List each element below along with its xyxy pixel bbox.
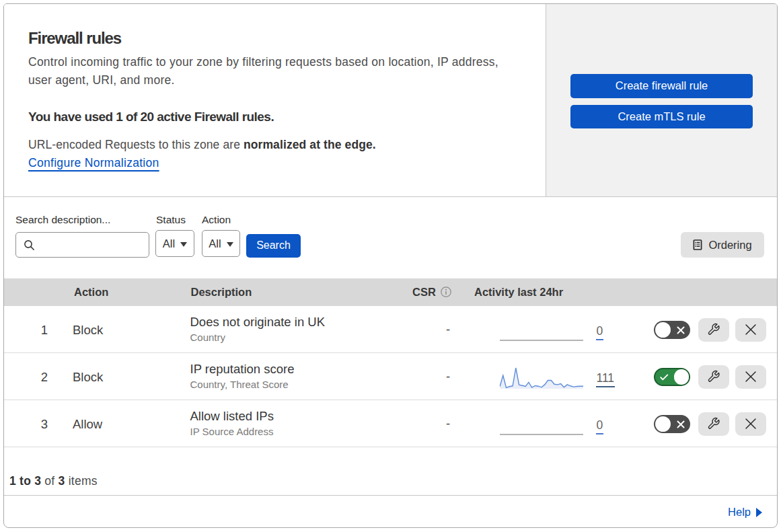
delete-rule-button[interactable] bbox=[735, 365, 766, 389]
activity-count-cell: 111 bbox=[596, 353, 615, 400]
page-title: Firewall rules bbox=[28, 29, 521, 48]
delete-rule-button[interactable] bbox=[735, 318, 766, 342]
usage-note: You have used 1 of 20 active Firewall ru… bbox=[28, 109, 521, 125]
rule-description-title: IP reputation score bbox=[190, 362, 295, 377]
action-dropdown-value: All bbox=[209, 237, 221, 250]
search-button[interactable]: Search bbox=[246, 234, 301, 258]
edit-rule-button[interactable] bbox=[698, 318, 729, 342]
action-dropdown[interactable]: All bbox=[202, 230, 240, 257]
rule-enabled-toggle[interactable] bbox=[654, 368, 690, 386]
toggle-state-icon bbox=[677, 326, 685, 334]
activity-count-cell: 0 bbox=[596, 306, 603, 353]
table-footer: 1 to 3 of 3 items bbox=[4, 447, 777, 496]
rule-enabled-toggle[interactable] bbox=[654, 321, 690, 339]
rule-description-fields: Country bbox=[190, 331, 226, 344]
rule-priority: 2 bbox=[34, 353, 54, 400]
rule-action: Block bbox=[73, 353, 103, 400]
hero-actions-panel: Create firewall rule Create mTLS rule bbox=[546, 4, 777, 196]
column-header-action: Action bbox=[74, 278, 108, 306]
activity-sparkline bbox=[500, 352, 583, 400]
edit-rule-button[interactable] bbox=[698, 365, 729, 389]
triangle-right-icon bbox=[756, 508, 762, 517]
wrench-icon bbox=[707, 323, 720, 336]
activity-count-cell: 0 bbox=[596, 400, 603, 447]
toggle-knob bbox=[655, 416, 671, 432]
help-link-label: Help bbox=[728, 506, 751, 519]
wrench-icon bbox=[707, 417, 720, 430]
column-header-activity: Activity last 24hr bbox=[474, 278, 563, 306]
search-label: Search description... bbox=[15, 214, 110, 226]
action-label: Action bbox=[202, 214, 231, 226]
items-total-bold: 3 bbox=[59, 474, 65, 488]
rule-action: Block bbox=[73, 306, 103, 353]
rule-description: Does not originate in UK Country bbox=[190, 306, 326, 353]
close-icon bbox=[743, 416, 758, 431]
chevron-down-icon bbox=[227, 242, 233, 247]
normalization-prefix: URL-encoded Requests to this zone are bbox=[28, 138, 244, 151]
activity-count-link[interactable]: 0 bbox=[596, 327, 603, 340]
rule-priority: 1 bbox=[34, 306, 54, 353]
ordering-button[interactable]: Ordering bbox=[681, 232, 764, 258]
table-body: 1 Block Does not originate in UK Country… bbox=[4, 306, 777, 447]
table-row: 2 Block IP reputation score Country, Thr… bbox=[4, 353, 777, 400]
rule-description: IP reputation score Country, Threat Scor… bbox=[190, 353, 295, 400]
rule-description-title: Does not originate in UK bbox=[190, 315, 326, 330]
column-header-description: Description bbox=[191, 278, 252, 306]
rule-csr-value: - bbox=[435, 306, 461, 353]
toggle-state-icon bbox=[660, 374, 669, 381]
rule-description-title: Allow listed IPs bbox=[190, 409, 274, 424]
info-icon[interactable] bbox=[441, 287, 451, 297]
search-icon bbox=[24, 239, 35, 251]
activity-count-link[interactable]: 111 bbox=[596, 374, 615, 387]
rule-action: Allow bbox=[73, 400, 102, 447]
rule-priority: 3 bbox=[34, 400, 54, 447]
items-range-bold: 1 to 3 bbox=[9, 474, 41, 488]
firewall-rules-card: Firewall rules Control incoming traffic … bbox=[3, 3, 778, 528]
csr-header-label: CSR bbox=[412, 286, 436, 299]
close-icon bbox=[743, 369, 758, 384]
toggle-knob bbox=[655, 322, 671, 338]
items-range-text: 1 to 3 of 3 items bbox=[9, 474, 98, 488]
activity-sparkline bbox=[500, 400, 583, 447]
status-dropdown-value: All bbox=[163, 237, 175, 250]
activity-count-link[interactable]: 0 bbox=[596, 421, 603, 434]
page-description: Control incoming traffic to your zone by… bbox=[28, 53, 503, 89]
normalization-note: URL-encoded Requests to this zone are no… bbox=[28, 136, 521, 154]
rule-enabled-toggle[interactable] bbox=[654, 415, 690, 433]
search-input[interactable] bbox=[15, 232, 149, 258]
status-label: Status bbox=[156, 214, 186, 226]
rule-csr-value: - bbox=[435, 353, 461, 400]
help-link[interactable]: Help bbox=[728, 506, 762, 519]
wrench-icon bbox=[707, 370, 720, 383]
table-row: 1 Block Does not originate in UK Country… bbox=[4, 306, 777, 353]
normalization-bold: normalized at the edge. bbox=[244, 138, 376, 151]
items-of-text: of bbox=[41, 474, 58, 488]
help-bar: Help bbox=[4, 496, 777, 527]
configure-normalization-link[interactable]: Configure Normalization bbox=[28, 154, 159, 172]
rule-description: Allow listed IPs IP Source Address bbox=[190, 400, 274, 447]
status-dropdown[interactable]: All bbox=[155, 230, 194, 257]
table-row: 3 Allow Allow listed IPs IP Source Addre… bbox=[4, 400, 777, 447]
toggle-knob bbox=[674, 369, 690, 385]
filter-bar: Search description... Status Action All … bbox=[4, 197, 777, 278]
column-header-csr: CSR bbox=[412, 278, 451, 306]
rule-description-fields: IP Source Address bbox=[190, 425, 274, 438]
hero-text-column: Firewall rules Control incoming traffic … bbox=[4, 4, 546, 196]
rule-description-fields: Country, Threat Score bbox=[190, 378, 289, 391]
create-firewall-rule-button[interactable]: Create firewall rule bbox=[570, 74, 753, 98]
toggle-state-icon bbox=[677, 420, 685, 428]
chevron-down-icon bbox=[180, 242, 187, 247]
delete-rule-button[interactable] bbox=[735, 412, 766, 436]
ordering-button-label: Ordering bbox=[708, 239, 751, 252]
hero-section: Firewall rules Control incoming traffic … bbox=[4, 4, 777, 197]
table-header: Action Description CSR Activity last 24h… bbox=[4, 278, 777, 306]
activity-sparkline bbox=[500, 305, 583, 352]
items-word: items bbox=[65, 474, 98, 488]
rule-csr-value: - bbox=[435, 400, 461, 447]
edit-rule-button[interactable] bbox=[698, 412, 729, 436]
create-mtls-rule-button[interactable]: Create mTLS rule bbox=[570, 105, 753, 128]
close-icon bbox=[743, 322, 758, 337]
ordering-list-icon bbox=[693, 239, 702, 250]
